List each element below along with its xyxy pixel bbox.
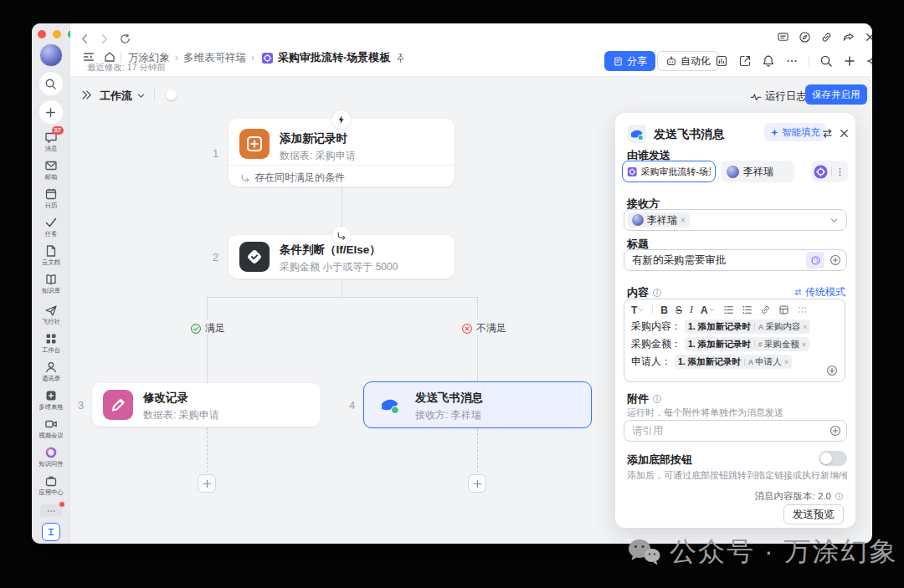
- field-token[interactable]: 1. 添加新记录时A采购内容×: [685, 320, 810, 334]
- connector: [342, 187, 342, 227]
- user-avatar[interactable]: [39, 43, 63, 67]
- insert-field-icon[interactable]: [826, 365, 838, 376]
- divider: [121, 51, 121, 63]
- breadcrumb-doc-title[interactable]: 采购审批流转-场景模板: [278, 50, 390, 65]
- dots-vertical-icon[interactable]: [835, 166, 845, 177]
- pinned-app-icon[interactable]: [42, 523, 60, 541]
- x-circle-icon: [461, 323, 473, 335]
- plus-icon[interactable]: [843, 54, 856, 68]
- receiver-chip[interactable]: 李祥瑞 ×: [628, 212, 690, 228]
- share-forward-icon[interactable]: [842, 31, 855, 43]
- sender-user-chip[interactable]: 李祥瑞: [721, 161, 794, 182]
- node-trigger-add-record[interactable]: 添加新记录时 数据表: 采购申请 存在同时满足的条件: [229, 119, 455, 187]
- sidebar-item-messages[interactable]: 37 消息: [32, 130, 70, 155]
- automation-button[interactable]: 自动化: [657, 51, 719, 71]
- sidebar-item-base[interactable]: 多维表格: [32, 389, 70, 413]
- book-icon: [44, 273, 58, 286]
- insert-table-icon[interactable]: [778, 304, 789, 315]
- nav-back-icon[interactable]: [79, 33, 91, 45]
- bullet-list-icon[interactable]: [742, 304, 752, 315]
- grid-dots-icon[interactable]: [797, 304, 808, 315]
- share-button[interactable]: 分享: [604, 51, 655, 71]
- sidebar-item-appcenter[interactable]: 应用中心: [32, 474, 70, 499]
- theme-palette-icon[interactable]: [806, 252, 824, 268]
- add-step-button[interactable]: [468, 474, 486, 493]
- breadcrumb-base[interactable]: 多维表哥祥瑞: [183, 51, 246, 65]
- remove-token-icon[interactable]: ×: [784, 358, 788, 366]
- more-icon[interactable]: [785, 54, 799, 68]
- bold-button[interactable]: B: [660, 304, 668, 316]
- info-icon[interactable]: [835, 492, 844, 501]
- run-log-button[interactable]: 运行日志: [750, 89, 807, 104]
- attachment-input[interactable]: 请引用: [624, 420, 847, 442]
- strikethrough-button[interactable]: S: [675, 304, 682, 316]
- sidebar-item-meetings[interactable]: 视频会议: [32, 417, 70, 442]
- screen: 37 消息 邮箱 日历 任务 云文档 知识库: [0, 0, 904, 588]
- insert-field-icon[interactable]: [830, 425, 841, 437]
- close-tab-icon[interactable]: [864, 31, 872, 43]
- sidebar-item-mail[interactable]: 邮箱: [32, 159, 70, 183]
- base-app-icon: [627, 166, 637, 178]
- insert-field-icon[interactable]: [830, 254, 841, 266]
- ordered-list-icon[interactable]: [723, 304, 734, 315]
- add-button[interactable]: [39, 100, 63, 124]
- modify-record-icon: [103, 390, 133, 420]
- minimize-traffic-light[interactable]: [53, 30, 61, 38]
- sidebar-item-contacts[interactable]: 通讯录: [32, 360, 70, 385]
- open-app-icon[interactable]: [738, 54, 752, 68]
- chevron-down-icon[interactable]: [136, 90, 146, 101]
- send-preview-button[interactable]: 发送预览: [783, 504, 844, 524]
- insert-link-icon[interactable]: [760, 304, 771, 315]
- expand-panel-icon[interactable]: [80, 89, 93, 101]
- bell-icon[interactable]: [762, 54, 775, 68]
- close-panel-icon[interactable]: [838, 127, 850, 140]
- robot-icon: [665, 55, 677, 67]
- sidebar-item-tasks[interactable]: 任务: [32, 216, 70, 240]
- nav-forward-icon[interactable]: [98, 33, 110, 45]
- sidebar-item-calendar[interactable]: 日历: [32, 187, 70, 212]
- title-input[interactable]: 有新的采购需要审批: [624, 249, 847, 271]
- base-app-circle-icon[interactable]: [814, 165, 828, 179]
- remove-token-icon[interactable]: ×: [802, 340, 806, 349]
- refresh-icon[interactable]: [119, 33, 131, 45]
- remove-chip-icon[interactable]: ×: [681, 216, 686, 225]
- classic-mode-link[interactable]: 传统模式: [794, 285, 845, 299]
- font-style-button[interactable]: T: [631, 304, 645, 316]
- sidebar-item-workplace[interactable]: 工作台: [32, 332, 70, 356]
- sidebar-item-wiki[interactable]: 知识库: [32, 273, 70, 297]
- workflow-dropdown[interactable]: 工作流: [100, 89, 132, 104]
- receiver-select[interactable]: 李祥瑞 ×: [624, 209, 847, 231]
- sidebar-item-docs[interactable]: 云文档: [32, 244, 70, 268]
- info-icon[interactable]: [652, 394, 662, 404]
- comment-icon[interactable]: [777, 31, 789, 43]
- message-content-editor[interactable]: T B S I A 采购内容： 1. 添加新记录时A采购内容×: [624, 299, 845, 382]
- sidebar-item-community[interactable]: 飞行社: [32, 304, 70, 328]
- sidebar-item-qa[interactable]: 知识问答: [32, 446, 70, 470]
- remove-token-icon[interactable]: ×: [803, 323, 807, 331]
- link-icon[interactable]: [820, 31, 833, 43]
- connector: [477, 297, 478, 320]
- sender-app-chip[interactable]: 采购审批流转-场景...: [622, 161, 716, 182]
- bottom-button-toggle[interactable]: [819, 451, 847, 466]
- sidebar-more-button[interactable]: [40, 504, 62, 517]
- info-icon[interactable]: [652, 288, 662, 298]
- add-step-button[interactable]: [198, 474, 216, 493]
- node-condition-footer[interactable]: 存在同时满足的条件: [240, 171, 345, 185]
- swap-node-icon[interactable]: [821, 127, 834, 140]
- node-send-feishu-message[interactable]: 发送飞书消息 接收方: 李祥瑞: [363, 381, 592, 428]
- italic-button[interactable]: I: [690, 304, 693, 316]
- smart-fill-button[interactable]: 智能填充: [764, 123, 826, 141]
- pin-icon[interactable]: [395, 53, 406, 64]
- search-icon[interactable]: [819, 54, 833, 68]
- briefcase-icon: [44, 474, 58, 488]
- gallery-icon[interactable]: [715, 54, 728, 68]
- compass-icon[interactable]: [799, 31, 811, 43]
- text-color-button[interactable]: A: [701, 304, 716, 316]
- field-token[interactable]: 1. 添加新记录时#采购金额×: [685, 337, 809, 351]
- search-button[interactable]: [39, 72, 63, 95]
- node-modify-record[interactable]: 修改记录 数据表: 采购申请: [92, 383, 321, 427]
- field-token[interactable]: 1. 添加新记录时A申请人×: [675, 355, 792, 369]
- close-traffic-light[interactable]: [38, 30, 46, 38]
- save-and-enable-button[interactable]: 保存并启用: [805, 84, 867, 105]
- sparkle-icon[interactable]: [866, 54, 872, 68]
